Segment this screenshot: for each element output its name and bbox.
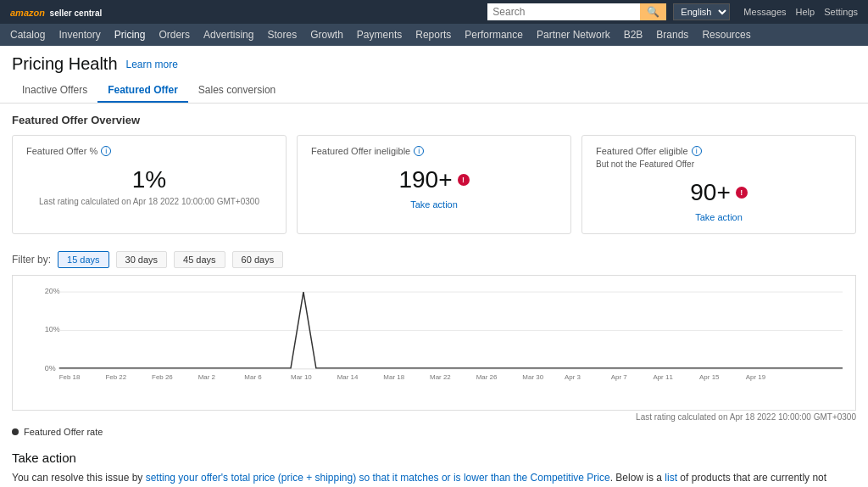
seller-central-label: seller central	[50, 8, 103, 18]
card2-title: Featured Offer ineligible i	[311, 146, 557, 156]
header-links: Messages Help Settings	[737, 7, 858, 17]
tab-featured-offer[interactable]: Featured Offer	[97, 79, 188, 103]
main-nav: Catalog Inventory Pricing Orders Adverti…	[0, 24, 868, 46]
legend-label: Featured Offer rate	[24, 427, 103, 437]
card3-title: Featured Offer eligible i	[596, 146, 842, 156]
nav-orders[interactable]: Orders	[159, 27, 190, 42]
svg-text:Mar 18: Mar 18	[383, 373, 404, 381]
filter-30days[interactable]: 30 days	[116, 251, 168, 268]
chart-area: 20% 10% 0% Feb 18 Feb 22 Feb 26 Mar 2 Ma…	[12, 275, 856, 411]
card1-value: 1%	[26, 166, 272, 193]
svg-text:Apr 3: Apr 3	[565, 373, 581, 381]
svg-text:Apr 11: Apr 11	[653, 373, 672, 381]
nav-advertising[interactable]: Advertising	[203, 27, 253, 42]
list-link[interactable]: list	[665, 472, 677, 484]
main-tabs: Inactive Offers Featured Offer Sales con…	[0, 79, 868, 104]
card3-value: 90+ !	[596, 179, 842, 206]
svg-text:Mar 10: Mar 10	[291, 373, 312, 381]
filter-45days[interactable]: 45 days	[174, 251, 225, 268]
legend-dot	[12, 428, 19, 435]
card1-info-icon[interactable]: i	[101, 146, 111, 156]
filter-15days[interactable]: 15 days	[58, 251, 109, 268]
settings-link[interactable]: Settings	[824, 7, 858, 17]
svg-text:Apr 7: Apr 7	[611, 373, 627, 381]
nav-payments[interactable]: Payments	[357, 27, 402, 42]
nav-resources[interactable]: Resources	[702, 27, 750, 42]
svg-text:10%: 10%	[45, 326, 60, 334]
svg-text:Apr 15: Apr 15	[699, 373, 719, 381]
tab-inactive-offers[interactable]: Inactive Offers	[12, 79, 97, 103]
search-input[interactable]	[487, 3, 640, 20]
card3-alert-icon: !	[736, 187, 748, 199]
take-action-text: You can resolve this issue by setting yo…	[12, 470, 856, 487]
svg-text:Feb 26: Feb 26	[152, 373, 173, 381]
nav-b2b[interactable]: B2B	[624, 27, 643, 42]
overview-title: Featured Offer Overview	[12, 114, 856, 126]
nav-stores[interactable]: Stores	[267, 27, 297, 42]
svg-text:Feb 22: Feb 22	[105, 373, 126, 381]
card1-title: Featured Offer % i	[26, 146, 272, 156]
svg-text:20%: 20%	[45, 287, 60, 295]
svg-text:Mar 14: Mar 14	[337, 373, 359, 381]
learn-more-link[interactable]: Learn more	[126, 59, 178, 70]
page-header: Pricing Health Learn more	[0, 46, 868, 79]
take-action-section: Take action You can resolve this issue b…	[0, 442, 868, 487]
overview-section: Featured Offer Overview Featured Offer %…	[0, 104, 868, 244]
card-ineligible: Featured Offer ineligible i 190+ ! Take …	[297, 135, 571, 234]
search-bar: 🔍	[487, 3, 666, 20]
search-button[interactable]: 🔍	[640, 3, 666, 20]
card3-info-icon[interactable]: i	[692, 146, 702, 156]
svg-text:Apr 19: Apr 19	[746, 373, 765, 381]
page-title: Pricing Health	[12, 54, 118, 74]
svg-text:0%: 0%	[45, 364, 56, 372]
nav-growth[interactable]: Growth	[310, 27, 343, 42]
cards-row: Featured Offer % i 1% Last rating calcul…	[12, 135, 856, 234]
card2-alert-icon: !	[458, 174, 470, 186]
svg-text:Feb 18: Feb 18	[59, 373, 81, 381]
header: amazon seller central 🔍 English Messages…	[0, 0, 868, 24]
nav-brands[interactable]: Brands	[656, 27, 688, 42]
card2-take-action-link[interactable]: Take action	[410, 199, 458, 210]
nav-pricing[interactable]: Pricing	[114, 27, 146, 42]
card3-subtitle: But not the Featured Offer	[596, 160, 842, 169]
card1-note: Last rating calculated on Apr 18 2022 10…	[26, 197, 272, 206]
nav-reports[interactable]: Reports	[415, 27, 451, 42]
svg-text:Mar 26: Mar 26	[476, 373, 498, 381]
nav-performance[interactable]: Performance	[465, 27, 523, 42]
card-featured-offer-pct: Featured Offer % i 1% Last rating calcul…	[12, 135, 287, 234]
setting-price-link[interactable]: setting your offer's total price (price …	[146, 472, 610, 484]
tab-sales-conversion[interactable]: Sales conversion	[188, 79, 286, 103]
filter-60days[interactable]: 60 days	[232, 251, 284, 268]
card-eligible: Featured Offer eligible i But not the Fe…	[581, 135, 856, 234]
card2-action: Take action	[311, 199, 557, 210]
language-select[interactable]: English	[673, 3, 730, 20]
logo: amazon seller central	[10, 6, 102, 19]
nav-catalog[interactable]: Catalog	[10, 27, 45, 42]
chart-legend: Featured Offer rate	[0, 422, 868, 442]
help-link[interactable]: Help	[796, 7, 815, 17]
chart-note: Last rating calculated on Apr 18 2022 10…	[0, 411, 868, 422]
svg-text:Mar 30: Mar 30	[522, 373, 543, 381]
svg-text:Mar 2: Mar 2	[198, 373, 215, 381]
chart-svg: 20% 10% 0% Feb 18 Feb 22 Feb 26 Mar 2 Ma…	[21, 284, 847, 384]
card3-action: Take action	[596, 211, 842, 223]
svg-text:Mar 6: Mar 6	[244, 373, 261, 381]
card2-info-icon[interactable]: i	[414, 146, 424, 156]
svg-text:Mar 22: Mar 22	[430, 373, 451, 381]
card3-take-action-link[interactable]: Take action	[695, 212, 743, 222]
nav-partner-network[interactable]: Partner Network	[537, 27, 610, 42]
card2-value: 190+ !	[311, 166, 557, 193]
take-action-title: Take action	[12, 451, 856, 465]
filter-label: Filter by:	[12, 254, 51, 266]
messages-link[interactable]: Messages	[743, 7, 786, 17]
nav-inventory[interactable]: Inventory	[58, 27, 100, 42]
filter-row: Filter by: 15 days 30 days 45 days 60 da…	[0, 244, 868, 275]
header-right: 🔍 English Messages Help Settings	[487, 3, 858, 20]
